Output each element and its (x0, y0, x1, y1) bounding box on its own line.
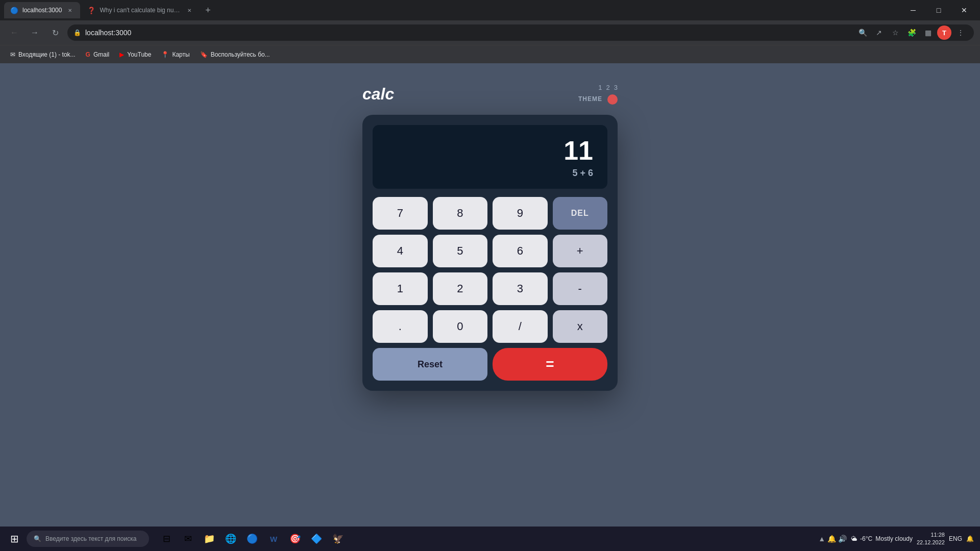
taskbar-app1-icon[interactable]: 🔵 (243, 530, 261, 548)
browser-chrome: 🔵 localhost:3000 ✕ ❓ Why i can't calcula… (0, 0, 980, 63)
key-2[interactable]: 2 (433, 272, 488, 305)
minimize-button[interactable]: ─ (901, 2, 925, 18)
taskbar: ⊞ 🔍 Введите здесь текст для поиска ⊟ ✉ 📁… (0, 527, 980, 551)
keypad: 7 8 9 DEL 4 5 6 + 1 2 3 - . 0 (373, 197, 607, 381)
bookmark-gmail[interactable]: G Gmail (82, 49, 114, 60)
calc-title: calc (362, 85, 394, 104)
bookmark-maps[interactable]: 📍 Карты (157, 49, 193, 60)
bookmark-icon: 🔖 (200, 51, 208, 58)
new-tab-button[interactable]: + (201, 3, 215, 17)
keypad-row-1: 7 8 9 DEL (373, 197, 607, 230)
key-del[interactable]: DEL (553, 197, 608, 230)
notification-icon[interactable]: 🔔 (827, 535, 836, 543)
key-9[interactable]: 9 (493, 197, 548, 230)
theme-option-3[interactable]: 3 (614, 84, 618, 91)
tab-title: localhost:3000 (22, 7, 62, 14)
sidebar-button[interactable]: ▦ (921, 26, 935, 40)
lock-icon: 🔒 (74, 29, 81, 36)
zoom-button[interactable]: 🔍 (855, 26, 870, 40)
taskbar-edge-icon[interactable]: 🌐 (222, 530, 240, 548)
key-1[interactable]: 1 (373, 272, 428, 305)
clock-time: 11:28 (930, 531, 945, 539)
maximize-button[interactable]: □ (927, 2, 950, 18)
calculator: 11 5 + 6 7 8 9 DEL 4 5 6 + 1 2 3 (362, 115, 618, 391)
keypad-row-4: . 0 / x (373, 310, 607, 343)
tab-bar: 🔵 localhost:3000 ✕ ❓ Why i can't calcula… (0, 0, 980, 20)
taskbar-view-btn[interactable]: ⊟ (157, 530, 176, 548)
key-3[interactable]: 3 (493, 272, 548, 305)
arrow-up-icon[interactable]: ▲ (818, 535, 825, 543)
taskbar-time[interactable]: 11:28 22.12.2022 (917, 531, 945, 547)
key-5[interactable]: 5 (433, 235, 488, 267)
taskbar-search-bar[interactable]: 🔍 Введите здесь текст для поиска (27, 531, 149, 547)
taskbar-mail-icon[interactable]: ✉ (179, 530, 197, 548)
key-equals[interactable]: = (493, 348, 607, 381)
address-text: localhost:3000 (85, 29, 131, 37)
window-controls: ─ □ ✕ (901, 2, 976, 18)
share-button[interactable]: ↗ (872, 26, 886, 40)
forward-button[interactable]: → (27, 24, 43, 41)
taskbar-word-icon[interactable]: W (264, 530, 283, 548)
calculator-display: 11 5 + 6 (373, 125, 607, 189)
bookmark-inbox[interactable]: ✉ Входящие (1) - tok... (6, 49, 80, 60)
taskbar-right: ▲ 🔔 🔊 🌥 -6°C Mostly cloudy 11:28 22.12.2… (818, 531, 974, 547)
calc-header: calc 1 2 3 THEME (362, 84, 618, 105)
key-multiply[interactable]: x (553, 310, 608, 343)
refresh-button[interactable]: ↻ (47, 24, 63, 41)
volume-icon[interactable]: 🔊 (838, 535, 847, 543)
weather-icon: 🌥 (851, 535, 857, 542)
start-button[interactable]: ⊞ (6, 531, 22, 547)
key-dot[interactable]: . (373, 310, 428, 343)
keypad-row-5: Reset = (373, 348, 607, 381)
tab-favicon: 🔵 (10, 7, 18, 14)
menu-button[interactable]: ⋮ (953, 26, 968, 40)
key-0[interactable]: 0 (433, 310, 488, 343)
taskbar-notification-badge[interactable]: 🔔 (966, 535, 974, 542)
theme-section: 1 2 3 THEME (578, 84, 618, 105)
theme-numbers: 1 2 3 (598, 84, 618, 91)
address-bar[interactable]: 🔒 localhost:3000 🔍 ↗ ☆ 🧩 ▦ T ⋮ (67, 24, 974, 41)
bookmark-youtube-label: YouTube (127, 51, 151, 58)
key-minus[interactable]: - (553, 272, 608, 305)
key-divide[interactable]: / (493, 310, 548, 343)
key-reset[interactable]: Reset (373, 348, 487, 381)
maps-icon: 📍 (161, 51, 169, 58)
key-8[interactable]: 8 (433, 197, 488, 230)
address-bar-actions: 🔍 ↗ ☆ 🧩 ▦ T ⋮ (855, 26, 968, 40)
taskbar-search-text: Введите здесь текст для поиска (45, 535, 136, 542)
bookmarks-bar: ✉ Входящие (1) - tok... G Gmail ▶ YouTub… (0, 45, 980, 63)
tab-inactive[interactable]: ❓ Why i can't calculate big number * | +… (81, 2, 200, 18)
taskbar-app2-icon[interactable]: 🎯 (286, 530, 304, 548)
gmail-icon: G (86, 51, 90, 58)
profile-button[interactable]: T (937, 26, 951, 40)
bookmark-star-button[interactable]: ☆ (888, 26, 902, 40)
weather-temp: -6°C (860, 535, 872, 542)
bookmark-other-label: Воспользуйтесь бо... (211, 51, 270, 58)
theme-toggle[interactable] (607, 94, 618, 105)
theme-option-2[interactable]: 2 (606, 84, 610, 91)
page-content: calc 1 2 3 THEME 11 5 + 6 (0, 63, 980, 527)
theme-option-1[interactable]: 1 (598, 84, 602, 91)
tab-active[interactable]: 🔵 localhost:3000 ✕ (4, 2, 80, 18)
taskbar-browser2-icon[interactable]: 🦅 (329, 530, 347, 548)
tab2-close-btn[interactable]: ✕ (185, 6, 193, 14)
bookmark-youtube[interactable]: ▶ YouTube (115, 49, 155, 60)
tab2-title: Why i can't calculate big number * | + W… (100, 7, 181, 14)
taskbar-vs-icon[interactable]: 🔷 (307, 530, 326, 548)
key-4[interactable]: 4 (373, 235, 428, 267)
back-button[interactable]: ← (6, 24, 22, 41)
theme-label: THEME (578, 95, 602, 103)
taskbar-weather[interactable]: 🌥 -6°C Mostly cloudy (851, 535, 913, 542)
key-6[interactable]: 6 (493, 235, 548, 267)
extensions-button[interactable]: 🧩 (904, 26, 919, 40)
close-button[interactable]: ✕ (952, 2, 976, 18)
weather-condition: Mostly cloudy (875, 535, 913, 542)
key-7[interactable]: 7 (373, 197, 428, 230)
taskbar-folder-icon[interactable]: 📁 (200, 530, 218, 548)
key-plus[interactable]: + (553, 235, 608, 267)
taskbar-search-icon: 🔍 (34, 535, 41, 542)
bookmark-other[interactable]: 🔖 Воспользуйтесь бо... (196, 49, 274, 60)
inbox-icon: ✉ (10, 51, 15, 58)
display-expression: 5 + 6 (572, 168, 593, 179)
tab-close-btn[interactable]: ✕ (66, 6, 74, 14)
